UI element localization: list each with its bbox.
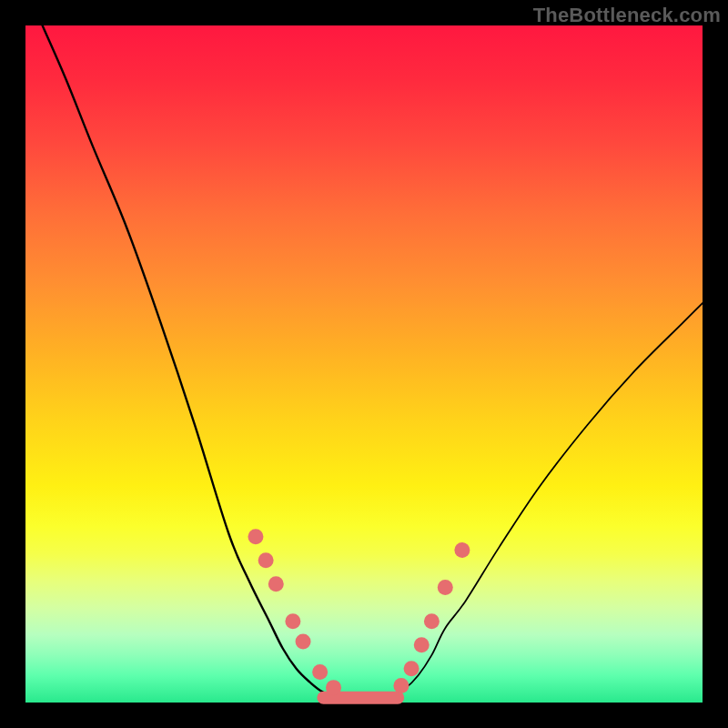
- data-point-marker: [393, 678, 409, 693]
- left-curve: [43, 25, 338, 696]
- right-curve: [391, 303, 703, 696]
- data-point-marker: [285, 613, 300, 629]
- data-point-marker: [424, 613, 440, 629]
- data-point-marker: [312, 664, 328, 680]
- data-point-marker: [414, 637, 430, 652]
- data-point-marker: [438, 580, 453, 595]
- watermark-text: TheBottleneck.com: [533, 4, 721, 27]
- data-point-marker: [326, 680, 341, 695]
- data-point-marker: [258, 552, 274, 568]
- data-point-marker: [296, 634, 311, 650]
- data-point-marker: [454, 542, 470, 558]
- data-point-marker: [404, 661, 420, 676]
- data-point-marker: [248, 529, 263, 544]
- data-point-marker: [268, 576, 284, 592]
- chart-canvas: [25, 25, 703, 703]
